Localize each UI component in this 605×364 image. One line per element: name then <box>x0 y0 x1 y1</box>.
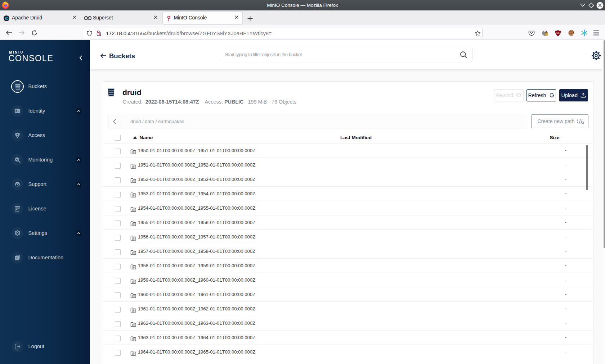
svg-text:UO: UO <box>556 32 560 34</box>
